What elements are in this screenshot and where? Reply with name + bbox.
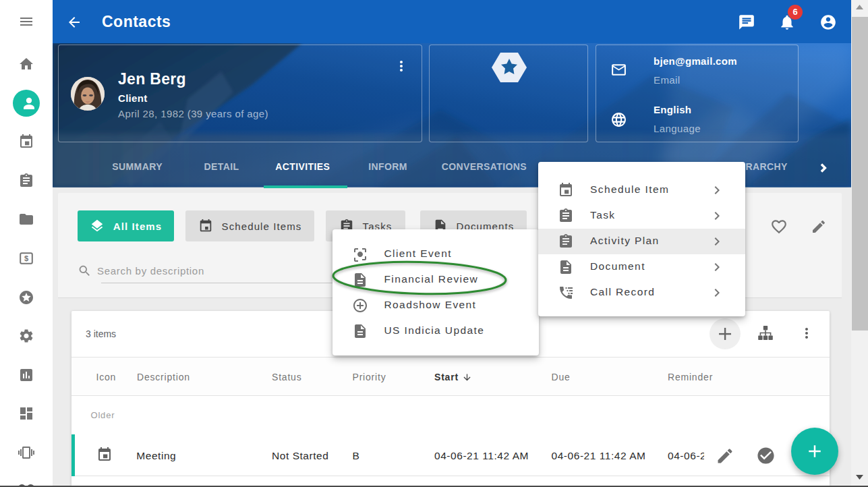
- svg-text:$: $: [24, 254, 28, 262]
